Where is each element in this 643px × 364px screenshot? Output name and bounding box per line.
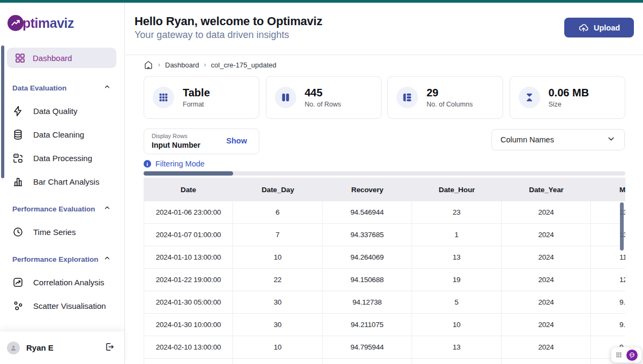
table-cell [323,359,412,364]
page-subtitle: Your gateway to data driven insights [134,29,289,41]
logout-icon[interactable] [104,342,115,354]
nav-item-label: Scatter Visualisation [33,301,106,310]
sidebar-item[interactable]: Data Processing [0,146,125,170]
table-cell: 2024 [502,314,591,336]
sidebar-section: Performance Exploration Correlation Anal… [0,247,125,317]
chevron-up-icon [103,254,111,264]
data-table: DateDate_DayRecoveryDate_HourDate_YearM … [144,178,625,364]
column-header: Date [144,178,233,201]
table-cell: 10 [233,246,323,269]
nav-item-label: Time Series [33,228,76,237]
cloud-upload-icon [578,22,589,33]
show-button[interactable]: Show [226,136,247,145]
upload-button[interactable]: Upload [564,18,634,37]
sidebar-item[interactable]: Data Cleaning [0,123,125,146]
sidebar-item[interactable]: Correlation Analysis [0,270,125,294]
stat-icon [275,87,296,108]
table-cell: 2024-01-30 05:00:00 [144,291,233,314]
table-cell: 12 [591,269,625,291]
table-cell: 2024 [502,224,591,246]
sidebar-item[interactable]: Time Series [0,220,125,244]
table-cell: 5 [412,291,502,314]
user-name: Ryan E [26,343,98,352]
sidebar-section-header[interactable]: Performance Exploration [0,247,125,270]
table-inner: DateDate_DayRecoveryDate_HourDate_YearM … [144,178,625,364]
stat-label: Format [183,101,210,108]
sidebar-item-icon [12,300,24,312]
column-header: Date_Day [233,178,323,201]
table-body: 2024-01-06 23:00:00694.54694423202413202… [144,201,625,364]
breadcrumb-dashboard[interactable]: Dashboard [165,61,199,69]
breadcrumb-dataset[interactable]: col_cre-175_updated [211,61,276,69]
stat-value: 445 [305,87,341,99]
apps-grid-icon[interactable] [615,351,623,359]
column-header: Date_Hour [412,178,502,201]
display-rows-input[interactable] [152,141,216,149]
table-cell [233,359,323,364]
breadcrumb-separator: › [158,61,160,69]
table-horizontal-scrollbar[interactable] [144,171,625,176]
table-cell: 30 [233,314,323,336]
sidebar-section-header[interactable]: Data Evaluation [0,75,125,99]
display-rows-card: Display Rows Show [144,128,259,154]
assistant-bot-icon[interactable] [626,350,638,361]
sidebar-item[interactable]: Data Quality [0,99,125,123]
home-icon[interactable] [144,60,153,70]
table-cell [502,359,591,364]
table-row: 2024-01-10 13:00:001094.26406913202411 [144,246,625,269]
table-row: 2024-01-07 01:00:00794.3376851202413 [144,224,625,246]
table-cell: 2024-01-30 10:00:00 [144,314,233,336]
nav-item-label: Data Cleaning [33,130,84,139]
column-header: Date_Year [502,178,591,201]
section-label: Performance Exploration [12,255,99,263]
table-cell: 2024 [502,269,591,291]
user-row[interactable]: Ryan E [0,331,124,364]
sidebar-item-icon [12,176,24,187]
table-row: 2024-01-06 23:00:00694.54694423202413 [144,201,625,224]
filtering-mode-toggle[interactable]: i Filtering Mode [144,160,205,168]
table-cell: 2024-01-07 01:00:00 [144,224,233,246]
stat-label: No. of Rows [305,101,341,108]
table-cell: 10 [412,314,502,336]
table-cell: 94.337685 [323,224,412,246]
sidebar-item-dashboard[interactable]: Dashboard [7,48,116,68]
column-names-label: Column Names [500,135,554,144]
nav-item-label: Data Quality [33,107,78,116]
stat-value: 29 [427,87,473,99]
section-items: Time Series [0,220,125,244]
table-cell: 94.264069 [323,246,412,269]
breadcrumb: › Dashboard › col_cre-175_updated [144,60,276,70]
table-row-partial [144,359,625,364]
sidebar-item-icon [12,153,24,164]
horizontal-scroll-thumb[interactable] [144,171,233,176]
column-names-dropdown[interactable]: Column Names [491,129,625,150]
table-cell: 6 [233,201,323,224]
table-cell: 30 [233,291,323,314]
sidebar-item[interactable]: Scatter Visualisation [0,294,125,317]
nav-item-label: Correlation Analysis [33,278,104,287]
stat-card: 445 No. of Rows [266,76,382,119]
table-cell: 13 [412,336,502,359]
filtering-mode-label: Filtering Mode [155,160,205,168]
sidebar-item[interactable]: Bar Chart Analysis [0,170,125,193]
column-header: M [591,178,625,201]
section-items: Correlation Analysis Scatter Visualisati… [0,270,125,317]
table-cell: 1 [412,224,502,246]
sidebar-item-label: Dashboard [33,54,72,63]
table-cell: 94.150688 [323,269,412,291]
table-cell: 94.546944 [323,201,412,224]
table-header-row: DateDate_DayRecoveryDate_HourDate_YearM [144,178,625,201]
floating-widget [611,347,642,363]
stat-icon [397,87,418,108]
top-accent-bar [0,0,643,3]
sidebar: ptimaviz Dashboard Data Evaluation Data … [0,3,125,364]
avatar [7,342,20,354]
stat-label: Size [549,101,589,108]
upload-label: Upload [594,24,620,32]
table-cell: 2024-01-22 19:00:00 [144,269,233,291]
display-rows-label: Display Rows [152,133,188,139]
sidebar-section: Performance Evaluation Time Series [0,196,125,244]
table-cell: 2024 [502,291,591,314]
sidebar-section-header[interactable]: Performance Evaluation [0,196,125,220]
table-vertical-scrollbar[interactable] [620,202,624,251]
